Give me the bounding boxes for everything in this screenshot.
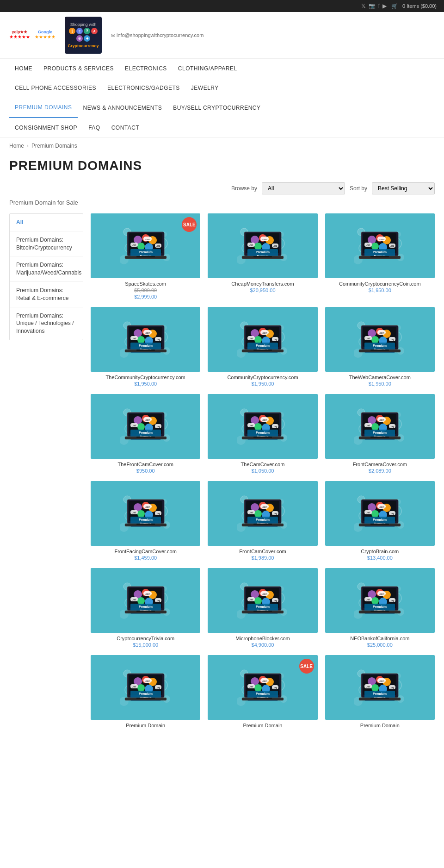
twitter-icon[interactable]: 𝕏 (361, 3, 366, 9)
product-price: $1,050.00 (252, 468, 274, 474)
product-card[interactable]: .com .net .org Premium Domain CheapMoney… (208, 213, 317, 300)
product-name: TheWebCameraCover.com (349, 375, 411, 380)
nav-clothing[interactable]: CLOTHING/APPAREL (173, 59, 243, 78)
yelp-stars: ★★★★★ (9, 34, 30, 39)
nav-jewelry[interactable]: JEWELRY (185, 78, 224, 98)
sort-select[interactable]: Best Selling Price: Low to High Price: H… (372, 182, 435, 194)
svg-point-387 (137, 684, 145, 692)
facebook-icon[interactable]: f (378, 3, 380, 9)
product-card[interactable]: .com .net .org Premium Domain FrontCamCo… (208, 481, 317, 561)
laptop-visual: .com .net .org Premium Domain (325, 394, 435, 459)
svg-text:.org: .org (156, 425, 160, 428)
product-card[interactable]: SALE .com .net .org Premium (208, 655, 317, 728)
nav-crypto[interactable]: BUY/SELL CRYPTOCURRENCY (167, 98, 266, 118)
product-card[interactable]: SALE .com .net .org Premium (91, 213, 200, 300)
laptop-visual: .com .net .org Premium Domain (325, 481, 435, 546)
svg-point-412 (254, 684, 262, 692)
social-icons: 𝕏 📷 f ▶ (361, 3, 387, 9)
svg-point-212 (371, 423, 379, 431)
product-name: CommunityCryptocurrencyCoin.com (339, 281, 421, 287)
nav-news[interactable]: NEWS & ANNOUNCEMENTS (78, 98, 168, 118)
svg-point-312 (137, 597, 145, 605)
navigation: HOME PRODUCTS & SERVICES ELECTRONICS CLO… (0, 59, 444, 138)
product-card[interactable]: .com .net .org Premium Domain TheFrontCa… (91, 394, 200, 474)
sidebar-item-retail[interactable]: Premium Domains: Retail & E-commerce (10, 282, 83, 307)
svg-text:.net: .net (366, 686, 370, 688)
product-card[interactable]: .com .net .org Premium Domain Cryptocurr… (91, 568, 200, 648)
laptop-visual: .com .net .org Premium Domain (208, 307, 317, 372)
product-card[interactable]: .com .net .org Premium Domain Premium Do… (325, 655, 435, 728)
svg-text:.net: .net (366, 425, 370, 427)
svg-text:.net: .net (249, 599, 253, 601)
svg-text:.com: .com (145, 593, 150, 595)
sidebar-item-bitcoin[interactable]: Premium Domains: Bitcoin/Cryptocurrency (10, 231, 83, 257)
product-name: MicrophoneBlocker.com (235, 636, 290, 641)
product-image: .com .net .org Premium Domain (208, 213, 317, 278)
product-card[interactable]: .com .net .org Premium Domain Microphone… (208, 568, 317, 648)
svg-text:Premium: Premium (256, 431, 270, 434)
site-logo[interactable]: Shopping with ₿ Ξ ₮ A ◎ ◈ Cryptocurrency (65, 17, 102, 54)
product-image: .com .net .org Premium Domain (91, 394, 200, 459)
product-card[interactable]: .com .net .org Premium Domain TheCamCove… (208, 394, 317, 474)
misc-coin2: ◈ (84, 35, 90, 42)
svg-text:.net: .net (249, 425, 253, 427)
product-image: .com .net .org Premium Domain (325, 568, 435, 633)
svg-text:.net: .net (366, 599, 370, 601)
svg-text:.org: .org (390, 599, 395, 602)
logo-icons: ₿ Ξ ₮ A ◎ ◈ (65, 27, 102, 43)
svg-text:.com: .com (379, 331, 384, 334)
breadcrumb-home[interactable]: Home (9, 143, 24, 149)
product-price: $4,900.00 (252, 642, 274, 648)
product-card[interactable]: .com .net .org Premium Domain CryptoBrai… (325, 481, 435, 561)
svg-text:.com: .com (145, 331, 150, 334)
cart-info[interactable]: 0 Items ($0.00) (402, 3, 437, 9)
nav-consignment[interactable]: CONSIGNMENT SHOP (9, 118, 83, 137)
youtube-icon[interactable]: ▶ (382, 3, 387, 9)
svg-rect-299 (370, 524, 389, 525)
svg-rect-124 (253, 350, 272, 351)
nav-electronics[interactable]: ELECTRONICS (119, 59, 173, 78)
svg-text:.com: .com (262, 331, 267, 334)
product-card[interactable]: .com .net .org Premium Domain FrontCamer… (325, 394, 435, 474)
svg-text:.net: .net (132, 244, 136, 246)
nav-products[interactable]: PRODUCTS & SERVICES (38, 59, 119, 78)
product-grid: SALE .com .net .org Premium (91, 213, 435, 728)
product-image: .com .net .org Premium Domain (325, 307, 435, 372)
nav-contact[interactable]: CONTACT (106, 118, 145, 137)
nav-row-1: HOME PRODUCTS & SERVICES ELECTRONICS CLO… (0, 59, 444, 78)
google-stars: ★★★★★ (35, 34, 56, 39)
svg-text:.com: .com (145, 238, 150, 241)
product-card[interactable]: .com .net .org Premium Domain FrontFacin… (91, 481, 200, 561)
eth-coin: Ξ (76, 28, 83, 34)
svg-text:.com: .com (262, 593, 267, 595)
product-card[interactable]: .com .net .org Premium Domain NEOBankofC… (325, 568, 435, 648)
product-image: SALE .com .net .org Premium (208, 655, 317, 720)
nav-faq[interactable]: FAQ (83, 118, 106, 137)
sidebar-item-marijuana[interactable]: Premium Domains: Marijuana/Weed/Cannabis (10, 256, 83, 282)
header: yelp★★ ★★★★★ Google ★★★★★ Shopping with … (0, 12, 444, 59)
product-card[interactable]: .com .net .org Premium Domain TheWebCame… (325, 307, 435, 387)
browse-select[interactable]: All Bitcoin/Cryptocurrency Marijuana/Wee… (262, 182, 345, 194)
instagram-icon[interactable]: 📷 (369, 3, 376, 9)
product-name: TheFrontCamCover.com (117, 462, 173, 467)
sidebar-item-all[interactable]: All (10, 214, 83, 231)
svg-text:Premium: Premium (373, 518, 387, 521)
nav-gadgets[interactable]: ELECTRONICS/GADGETS (102, 78, 185, 98)
product-card[interactable]: .com .net .org Premium Domain CommunityC… (325, 213, 435, 300)
svg-text:Premium: Premium (256, 250, 270, 254)
svg-point-62 (371, 243, 379, 250)
sidebar-item-unique[interactable]: Premium Domains: Unique / Technologies /… (10, 307, 83, 340)
nav-premium-domains[interactable]: PREMIUM DOMAINS (9, 98, 78, 118)
svg-text:Premium: Premium (139, 605, 153, 608)
svg-text:.com: .com (145, 506, 150, 508)
product-card[interactable]: .com .net .org Premium Domain TheCommuni… (91, 307, 200, 387)
svg-text:.org: .org (156, 599, 160, 602)
nav-home[interactable]: HOME (9, 59, 38, 78)
product-price: $950.00 (136, 468, 155, 474)
product-card[interactable]: .com .net .org Premium Domain Premium Do… (91, 655, 200, 728)
nav-cellphone[interactable]: CELL PHONE ACCESSORIES (9, 78, 102, 98)
svg-text:Premium: Premium (373, 431, 387, 434)
svg-text:Premium: Premium (139, 692, 153, 695)
product-card[interactable]: .com .net .org Premium Domain CommunityC… (208, 307, 317, 387)
svg-text:.com: .com (145, 680, 150, 682)
